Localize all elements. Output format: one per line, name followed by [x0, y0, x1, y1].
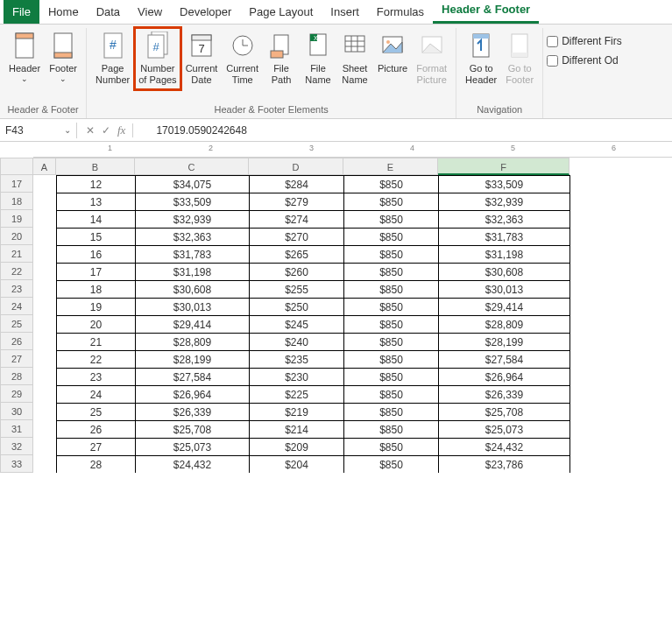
tab-page-layout[interactable]: Page Layout [240, 0, 322, 24]
row-header[interactable]: 25 [0, 315, 33, 333]
cell[interactable]: $225 [250, 386, 344, 404]
cell[interactable]: 15 [57, 229, 136, 246]
cell[interactable]: 21 [57, 334, 136, 351]
col-header-f[interactable]: F [438, 158, 569, 175]
cell[interactable]: $850 [344, 404, 439, 421]
cell[interactable]: $33,509 [439, 176, 570, 193]
tab-data[interactable]: Data [88, 0, 129, 24]
cell[interactable]: $31,783 [136, 246, 250, 264]
cell[interactable]: $850 [344, 316, 439, 334]
cell[interactable]: $26,339 [136, 404, 250, 421]
cell[interactable]: $31,198 [136, 264, 250, 281]
cell[interactable]: 13 [57, 193, 136, 211]
cell[interactable]: $28,199 [136, 351, 250, 369]
file-path-button[interactable]: File Path [264, 28, 299, 89]
current-date-button[interactable]: 7 Current Date [182, 28, 222, 89]
current-time-button[interactable]: Current Time [223, 28, 262, 89]
cell[interactable]: $279 [250, 193, 344, 211]
cell[interactable]: $25,073 [136, 439, 250, 456]
row-header[interactable]: 33 [0, 455, 33, 473]
cell[interactable]: 20 [57, 316, 136, 334]
cell[interactable]: $28,809 [439, 316, 570, 334]
cell[interactable]: $284 [250, 176, 344, 193]
cell[interactable]: $30,608 [439, 264, 570, 281]
cell[interactable]: $850 [344, 334, 439, 351]
cell[interactable]: 28 [57, 456, 136, 474]
cell[interactable]: $23,786 [439, 456, 570, 474]
goto-header-button[interactable]: Go to Header [462, 28, 500, 89]
cell[interactable]: $850 [344, 264, 439, 281]
row-header[interactable]: 18 [0, 193, 33, 210]
different-odd-checkbox[interactable]: Different Od [547, 54, 621, 67]
cell[interactable]: $28,199 [439, 334, 570, 351]
cell[interactable]: $260 [250, 264, 344, 281]
enter-icon[interactable]: ✓ [102, 124, 110, 137]
cell[interactable]: 22 [57, 351, 136, 369]
cell[interactable]: $204 [250, 456, 344, 474]
row-header[interactable]: 20 [0, 228, 33, 245]
col-header-a[interactable]: A [33, 158, 56, 175]
select-all-corner[interactable] [0, 158, 33, 175]
cell[interactable]: 26 [57, 421, 136, 439]
cell[interactable]: $270 [250, 229, 344, 246]
cell[interactable]: $32,939 [439, 193, 570, 211]
col-header-c[interactable]: C [135, 158, 249, 175]
tab-formulas[interactable]: Formulas [368, 0, 433, 24]
cell[interactable]: $31,783 [439, 229, 570, 246]
col-header-b[interactable]: B [56, 158, 135, 175]
cell[interactable]: $850 [344, 439, 439, 456]
col-header-d[interactable]: D [249, 158, 343, 175]
cell[interactable]: $850 [344, 299, 439, 316]
cell[interactable]: $26,964 [439, 369, 570, 386]
cell[interactable]: $24,432 [136, 456, 250, 474]
cell[interactable]: $32,363 [136, 229, 250, 246]
tab-header-footer[interactable]: Header & Footer [433, 0, 539, 24]
cell[interactable]: $25,708 [136, 421, 250, 439]
cell[interactable]: $850 [344, 229, 439, 246]
cell[interactable]: $274 [250, 211, 344, 229]
cell[interactable]: $245 [250, 316, 344, 334]
cell[interactable]: $850 [344, 421, 439, 439]
tab-home[interactable]: Home [39, 0, 88, 24]
row-header[interactable]: 31 [0, 420, 33, 438]
cell[interactable]: 18 [57, 281, 136, 299]
tab-file[interactable]: File [4, 0, 39, 24]
cell[interactable]: $32,939 [136, 211, 250, 229]
cell[interactable]: $29,414 [136, 316, 250, 334]
cell[interactable]: $250 [250, 299, 344, 316]
cancel-icon[interactable]: ✕ [86, 124, 95, 137]
number-of-pages-button[interactable]: # Number of Pages [135, 28, 180, 89]
cell[interactable]: $24,432 [439, 439, 570, 456]
cell[interactable]: $214 [250, 421, 344, 439]
cell[interactable]: $33,509 [136, 193, 250, 211]
formula-input[interactable]: 17019.0590242648 [149, 123, 672, 138]
cell[interactable]: $29,414 [439, 299, 570, 316]
cell[interactable]: 25 [57, 404, 136, 421]
cell[interactable]: $34,075 [136, 176, 250, 193]
cell[interactable]: $230 [250, 369, 344, 386]
row-header[interactable]: 30 [0, 403, 33, 420]
cell[interactable]: $30,013 [136, 299, 250, 316]
cell[interactable]: $850 [344, 281, 439, 299]
cell[interactable]: $255 [250, 281, 344, 299]
tab-view[interactable]: View [129, 0, 171, 24]
cell[interactable]: $28,809 [136, 334, 250, 351]
row-header[interactable]: 23 [0, 280, 33, 298]
cell[interactable]: $30,013 [439, 281, 570, 299]
row-header[interactable]: 32 [0, 438, 33, 455]
cell[interactable]: $235 [250, 351, 344, 369]
cell[interactable]: $265 [250, 246, 344, 264]
cell[interactable]: $850 [344, 193, 439, 211]
cell[interactable]: 12 [57, 176, 136, 193]
row-header[interactable]: 24 [0, 298, 33, 315]
row-header[interactable]: 17 [0, 175, 33, 193]
cell[interactable]: $25,708 [439, 404, 570, 421]
page-number-button[interactable]: # Page Number [92, 28, 133, 89]
tab-developer[interactable]: Developer [171, 0, 240, 24]
cell[interactable]: $32,363 [439, 211, 570, 229]
cell[interactable]: 23 [57, 369, 136, 386]
cell[interactable]: $240 [250, 334, 344, 351]
cell[interactable]: $25,073 [439, 421, 570, 439]
cell[interactable]: 14 [57, 211, 136, 229]
cell[interactable]: $26,964 [136, 386, 250, 404]
